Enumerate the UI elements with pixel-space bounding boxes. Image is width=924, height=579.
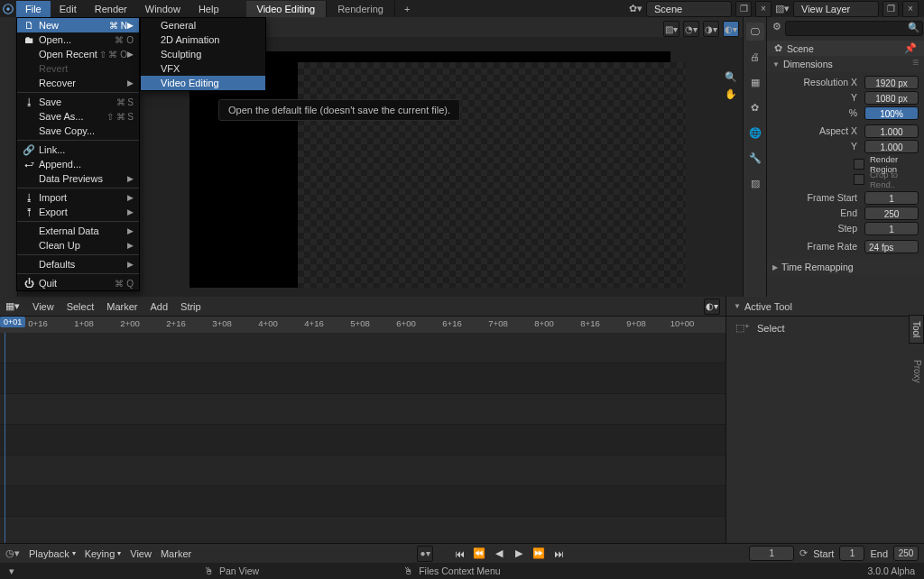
playhead-frame-label[interactable]: 0+01 [0,317,25,327]
file-clean-up[interactable]: Clean Up▶ [17,238,139,253]
jump-end-button[interactable]: ⏭ [550,546,567,562]
file-save[interactable]: ⭳ Save⌘ S [17,95,139,109]
seq-menu-add[interactable]: Add [150,301,168,312]
new-vfx[interactable]: VFX [141,61,265,76]
new-2d-animation[interactable]: 2D Animation [141,32,265,47]
color-manage-button[interactable]: ◐▾ [723,21,739,37]
tab-tool-icon[interactable]: 🔧 [746,149,764,167]
playhead-line[interactable] [5,333,5,543]
menu-render[interactable]: Render [86,1,136,17]
scene-name-field[interactable]: Scene [646,1,732,17]
scene-browse-icon[interactable]: ✿▾ [629,3,642,14]
timeline-ruler[interactable]: 0+01 0+161+082+002+163+084+004+165+086+0… [0,317,725,333]
file-import[interactable]: ⭳ Import▶ [17,190,139,205]
menu-window[interactable]: Window [136,1,189,17]
tab-viewlayer-icon[interactable]: ▦ [746,73,764,91]
new-sculpting[interactable]: Sculpting [141,47,265,61]
file-open-recent[interactable]: Open Recent ⇧ ⌘ O▶ [17,47,139,61]
current-frame-field[interactable]: 1 [749,546,794,561]
frame-rate-dropdown[interactable]: 24 fps [864,240,919,253]
play-reverse-button[interactable]: ◀ [491,546,507,562]
seq-editor-type-icon[interactable]: ▦▾ [5,300,20,312]
menu-file[interactable]: File [16,1,51,17]
chevron-right-icon[interactable]: ▶ [772,263,778,271]
footer-marker-menu[interactable]: Marker [161,548,191,559]
workspace-add-button[interactable]: + [395,1,419,17]
autokey-button[interactable]: ●▾ [417,546,433,562]
tab-texture-icon[interactable]: ▨ [746,174,764,192]
file-save-copy[interactable]: Save Copy... [17,124,139,138]
timeline-editor-icon[interactable]: ◷▾ [5,547,20,559]
menu-edit[interactable]: Edit [51,1,86,17]
gizmo-button[interactable]: ◔▾ [683,21,699,37]
seq-menu-marker[interactable]: Marker [106,301,137,312]
time-remapping-header[interactable]: Time Remapping [781,262,854,272]
sequencer-tracks[interactable] [0,333,725,543]
range-icon[interactable]: ⟳ [799,547,808,559]
aspect-y-field[interactable]: 1.000 [864,140,919,153]
file-data-previews[interactable]: Data Previews▶ [17,171,139,186]
file-link[interactable]: 🔗 Link... [17,142,139,157]
menu-help[interactable]: Help [189,1,228,17]
tab-output-icon[interactable]: 🖨 [746,48,764,66]
view-layer-field[interactable]: View Layer [793,1,879,17]
zoom-icon[interactable]: 🔍 [725,71,737,83]
keyframe-prev-button[interactable]: ⏪ [471,546,487,562]
footer-view-menu[interactable]: View [130,548,152,559]
file-open[interactable]: 🖿 Open... ⌘ O [17,32,139,47]
overlay-button[interactable]: ◑▾ [703,21,719,37]
pin-icon[interactable]: 📌 [904,42,917,54]
tab-scene-icon[interactable]: ✿ [746,98,764,116]
properties-search-input[interactable] [785,21,923,36]
start-frame-field[interactable]: 1 [839,546,864,561]
image-display-button[interactable]: ▧▾ [663,21,679,37]
playback-menu[interactable]: Playback ▾ [29,548,76,559]
dimensions-header[interactable]: Dimensions [783,59,833,69]
seq-menu-select[interactable]: Select [67,301,95,312]
pan-icon[interactable]: ✋ [725,88,737,100]
keying-menu[interactable]: Keying ▾ [85,548,122,559]
file-new[interactable]: 🗋 New ⌘ N▶ [17,18,139,32]
workspace-tab-rendering[interactable]: Rendering [327,1,395,17]
file-quit[interactable]: ⏻ Quit⌘ Q [17,276,139,290]
scene-delete-button[interactable]: × [755,1,772,17]
tab-world-icon[interactable]: 🌐 [746,124,764,142]
sidebar-tab-proxy[interactable]: Proxy [910,354,924,389]
frame-step-field[interactable]: 1 [864,222,919,235]
file-append[interactable]: ⮐ Append... [17,157,139,171]
keyframe-next-button[interactable]: ⏩ [531,546,547,562]
sidebar-tab-tool[interactable]: Tool [909,315,924,344]
layer-new-button[interactable]: ❐ [882,1,899,17]
panel-preset-icon[interactable]: ≡ [912,56,919,69]
active-tool-header[interactable]: Active Tool [744,301,792,312]
seq-menu-strip[interactable]: Strip [180,301,201,312]
render-region-checkbox[interactable] [854,159,864,170]
end-frame-field[interactable]: 250 [893,546,919,561]
file-export[interactable]: ⭱ Export▶ [17,205,139,219]
chevron-down-icon[interactable]: ▼ [734,302,741,310]
file-defaults[interactable]: Defaults▶ [17,257,139,271]
layer-browse-icon[interactable]: ▧▾ [775,3,790,14]
file-recover[interactable]: Recover▶ [17,76,139,90]
frame-end-field[interactable]: 250 [864,207,919,220]
play-button[interactable]: ▶ [511,546,527,562]
workspace-tab-video-editing[interactable]: Video Editing [246,1,328,17]
jump-start-button[interactable]: ⏮ [451,546,467,562]
file-external-data[interactable]: External Data▶ [17,224,139,238]
seq-overlay-button[interactable]: ◐▾ [704,299,720,315]
frame-start-field[interactable]: 1 [864,191,919,205]
tab-render-icon[interactable]: 🖵 [746,23,764,41]
collapse-icon[interactable]: ▾ [9,565,14,577]
scene-new-button[interactable]: ❐ [735,1,752,17]
resolution-pct-field[interactable]: 100% [864,106,919,120]
layer-delete-button[interactable]: × [902,1,919,17]
props-editor-icon[interactable]: ⚙ [772,21,781,37]
new-video-editing[interactable]: Video Editing [141,76,265,90]
seq-menu-view[interactable]: View [32,301,54,312]
aspect-x-field[interactable]: 1.000 [864,124,919,138]
crop-checkbox[interactable] [854,174,864,185]
new-general[interactable]: General [141,18,265,32]
file-save-as[interactable]: Save As...⇧ ⌘ S [17,109,139,124]
resolution-x-field[interactable]: 1920 px [864,76,919,89]
resolution-y-field[interactable]: 1080 px [864,91,919,105]
